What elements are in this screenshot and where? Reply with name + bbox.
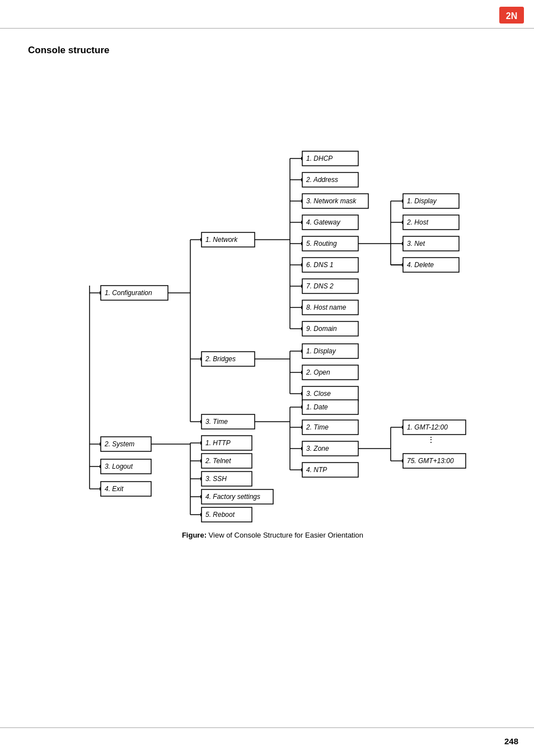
svg-text:75. GMT+13:00: 75. GMT+13:00 [407,457,454,465]
svg-text:1. Display: 1. Display [306,347,336,355]
svg-text:4. Gateway: 4. Gateway [306,218,341,226]
svg-text:1. Configuration: 1. Configuration [105,289,152,297]
top-border [0,28,534,29]
page-number: 248 [504,736,518,746]
svg-text:2. System: 2. System [104,440,134,448]
svg-text:7. DNS 2: 7. DNS 2 [306,282,334,290]
svg-text:2. Address: 2. Address [306,176,338,184]
main-content: Console structure [28,39,517,539]
section-title: Console structure [28,45,517,56]
svg-text:6. DNS 1: 6. DNS 1 [306,261,334,269]
svg-text:2. Time: 2. Time [306,423,329,431]
svg-text:8. Host name: 8. Host name [306,304,346,311]
svg-text:1. HTTP: 1. HTTP [205,439,231,447]
svg-text:2N: 2N [506,11,517,21]
svg-text:3. Network mask: 3. Network mask [306,197,357,205]
svg-text:4. Delete: 4. Delete [407,261,434,269]
svg-text:2. Bridges: 2. Bridges [205,355,236,363]
logo: 2N [499,7,524,24]
svg-text:5. Routing: 5. Routing [306,240,337,248]
diagram-svg: 1. Configuration 2. System 3. Logout 4. … [28,67,521,532]
figure-label: Figure: [182,531,207,539]
figure-text: View of Console Structure for Easier Ori… [207,531,363,539]
svg-text:4. Factory settings: 4. Factory settings [205,493,260,501]
diagram: 1. Configuration 2. System 3. Logout 4. … [28,67,521,526]
bottom-border [0,727,534,728]
svg-text:1. Network: 1. Network [205,236,238,244]
svg-text:4. Exit: 4. Exit [105,485,124,493]
svg-text:9. Domain: 9. Domain [306,325,337,333]
svg-text:3. Zone: 3. Zone [306,445,329,452]
figure-caption: Figure: View of Console Structure for Ea… [28,531,517,539]
svg-text:2. Host: 2. Host [406,218,429,226]
svg-text:1. Display: 1. Display [407,197,437,205]
svg-text:2. Telnet: 2. Telnet [205,457,231,465]
svg-text:3. Time: 3. Time [205,418,228,426]
svg-text:1. GMT-12:00: 1. GMT-12:00 [407,423,448,431]
svg-text:3. SSH: 3. SSH [205,475,227,483]
svg-text:2. Open: 2. Open [306,368,330,376]
svg-text:3. Net: 3. Net [407,240,425,248]
svg-text:4. NTP: 4. NTP [306,466,327,474]
svg-text:5. Reboot: 5. Reboot [205,511,235,519]
svg-text:⋮: ⋮ [427,435,435,444]
svg-text:3. Close: 3. Close [306,390,331,398]
svg-text:1. Date: 1. Date [306,403,328,411]
svg-text:1. DHCP: 1. DHCP [306,155,332,162]
svg-text:3. Logout: 3. Logout [105,463,133,470]
